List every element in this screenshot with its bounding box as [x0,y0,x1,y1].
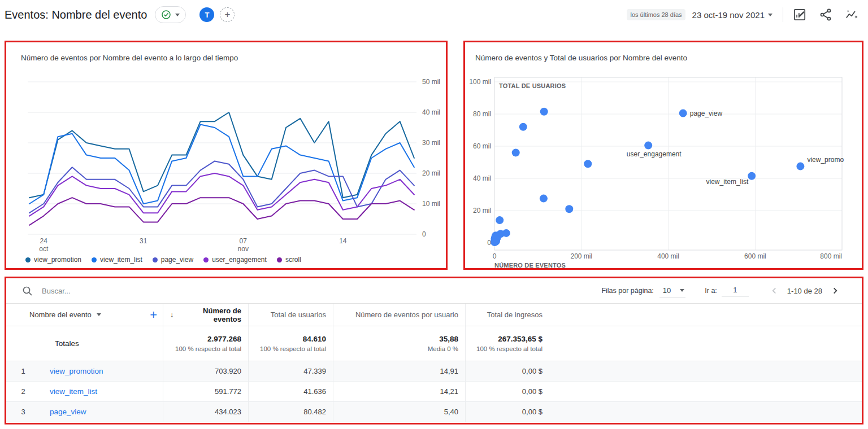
scatter-point[interactable] [584,160,592,168]
events-vs-users-card: Número de eventos y Total de usuarios po… [463,41,863,270]
date-range-selector[interactable]: 23 oct-19 nov 2021 [692,10,765,20]
insights-icon[interactable] [844,7,859,22]
scatter-point[interactable] [679,110,687,117]
svg-text:20 mil: 20 mil [473,207,491,214]
legend-dot [277,257,282,262]
svg-text:80 mil: 80 mil [473,110,491,118]
svg-text:40 mil: 40 mil [422,108,440,116]
row-events-per-user: 14,21 [333,382,465,401]
row-revenue: 0,00 $ [465,361,549,381]
search-input[interactable] [41,286,224,296]
goto-page-label: Ir a: [705,287,717,295]
chevron-down-icon [97,313,101,316]
date-range-hint: los últimos 28 días [627,9,685,20]
row-events: 434.023 [163,402,248,422]
scatter-point-label: view_item_list [706,178,749,186]
row-revenue: 0,00 $ [465,382,549,401]
scatter-point[interactable] [748,172,756,180]
svg-text:10 mil: 10 mil [422,200,440,208]
previous-page-icon[interactable] [768,284,780,297]
row-events-per-user: 14,91 [333,361,465,381]
scatter-point-label: view_promo [807,156,844,164]
search-icon[interactable] [22,286,33,296]
scatter-point[interactable] [512,148,520,156]
legend-dot [203,257,209,262]
all-users-segment-pill[interactable] [155,6,186,23]
scatter-chart-title: Número de eventos y Total de usuarios po… [475,54,687,62]
event-name-link[interactable]: view_item_list [47,387,97,396]
svg-text:100 mil: 100 mil [469,78,491,86]
event-name-link[interactable]: view_promotion [47,367,103,375]
legend-dot [153,257,158,262]
column-header-events[interactable]: ↓ Número de eventos [163,304,248,326]
event-name-link[interactable]: page_view [47,408,86,416]
legend-item[interactable]: page_view [153,256,193,264]
rows-per-page-select[interactable]: 10 [659,284,685,297]
legend-label: user_engagement [212,256,267,264]
totals-label: Totales [40,339,163,348]
share-icon[interactable] [818,7,833,22]
svg-text:200 mil: 200 mil [570,252,592,260]
svg-text:NÚMERO DE EVENTOS: NÚMERO DE EVENTOS [494,262,566,269]
pagination-range: 1-10 de 28 [787,287,822,295]
legend-label: view_item_list [100,256,142,264]
svg-text:50 mil: 50 mil [422,78,440,86]
scatter-point[interactable] [496,216,504,224]
totals-revenue: 267.353,65 $ 100 % respecto al total [476,335,542,352]
row-events: 703.920 [163,361,248,381]
column-header-events-per-user[interactable]: Número de eventos por usuario [333,304,465,326]
legend-label: view_promotion [34,256,81,264]
line-chart-title: Número de eventos por Nombre del evento … [21,54,238,62]
add-comparison-button[interactable]: + [220,7,235,22]
line-legend: view_promotionview_item_listpage_viewuse… [25,256,301,264]
svg-text:07: 07 [240,237,248,245]
comparison-avatar[interactable]: T [199,7,214,22]
scatter-point[interactable] [565,205,573,213]
legend-item[interactable]: user_engagement [203,256,267,264]
row-index: 1 [6,361,40,381]
next-page-icon[interactable] [829,284,841,297]
row-index: 3 [6,402,40,422]
scatter-point[interactable] [644,142,652,150]
svg-text:0: 0 [493,252,497,260]
totals-events: 2.977.268 100 % respecto al total [175,335,241,352]
row-events: 591.772 [163,382,248,401]
svg-text:TOTAL DE USUARIOS: TOTAL DE USUARIOS [499,82,566,89]
column-header-revenue[interactable]: Total de ingresos [465,304,549,326]
column-header-event-name[interactable]: Nombre del evento [29,310,101,319]
scatter-point[interactable] [540,195,548,203]
scatter-point-label: page_view [690,110,723,117]
scatter-point[interactable] [491,238,498,246]
scatter-point[interactable] [519,123,527,131]
scatter-chart-svg: 020 mil40 mil60 mil80 mil100 mil0200 mil… [465,73,862,270]
customize-report-icon[interactable] [792,7,807,22]
svg-text:30 mil: 30 mil [422,139,440,147]
events-over-time-card: Número de eventos por Nombre del evento … [5,41,448,270]
row-users: 47.339 [248,361,333,381]
table-row: 3 page_view 434.023 80.482 5,40 0,00 $ [6,402,862,422]
svg-text:0: 0 [422,230,426,238]
row-users: 80.482 [248,402,333,422]
legend-item[interactable]: view_item_list [92,256,142,264]
svg-text:oct: oct [39,245,49,252]
chevron-down-icon[interactable] [768,14,772,16]
scatter-point[interactable] [796,163,804,170]
row-revenue: 0,00 $ [465,402,549,422]
goto-page-input[interactable] [722,285,749,296]
add-column-button[interactable]: + [150,309,157,321]
scatter-point[interactable] [540,108,548,116]
legend-item[interactable]: scroll [277,256,301,264]
svg-text:40 mil: 40 mil [473,174,491,182]
svg-text:14: 14 [339,237,347,245]
svg-text:20 mil: 20 mil [422,169,440,177]
totals-users: 84.610 100 % respecto al total [260,335,326,352]
legend-item[interactable]: view_promotion [25,256,81,264]
table-totals-row: Totales 2.977.268 100 % respecto al tota… [6,326,862,361]
legend-label: page_view [161,256,193,264]
check-circle-icon [161,10,171,20]
svg-text:24: 24 [40,237,48,245]
events-table-card: Filas por página: 10 Ir a: 1-10 de 28 [5,277,863,424]
topbar: Eventos: Nombre del evento T + los últim… [0,0,868,29]
column-header-users[interactable]: Total de usuarios [248,304,333,326]
divider [783,7,783,22]
